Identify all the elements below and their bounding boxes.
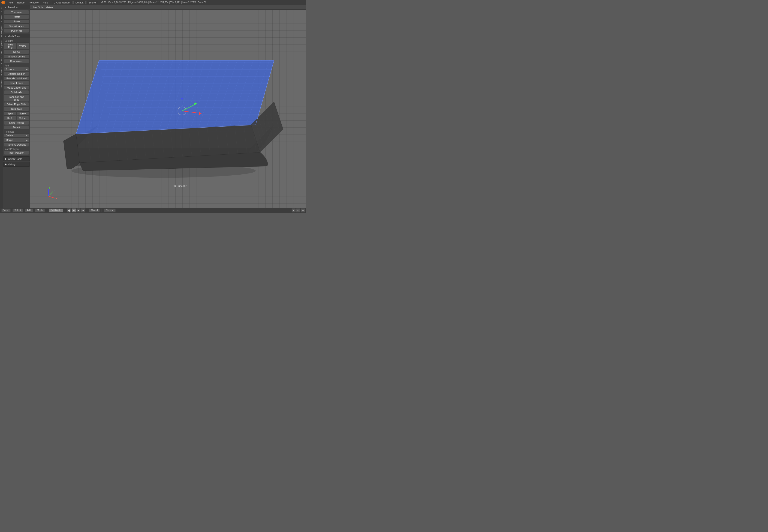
- rendered-icon[interactable]: ◉: [81, 208, 85, 212]
- mini-axes: X Y Z: [48, 187, 57, 200]
- mesh-button[interactable]: Mesh: [35, 209, 45, 212]
- add-button[interactable]: Add: [25, 209, 33, 212]
- delete-arrow-btn[interactable]: ▶: [25, 134, 29, 137]
- proportional-icon[interactable]: ⊙: [296, 208, 300, 212]
- screw-btn[interactable]: Screw: [17, 111, 29, 116]
- tab-relations[interactable]: Relations: [0, 66, 3, 77]
- global-button[interactable]: Global: [89, 209, 100, 212]
- scene-box[interactable]: Scene: [87, 1, 98, 4]
- right-icons: ⊞ ⊙ ⊟: [291, 208, 305, 212]
- select-btn[interactable]: Select: [17, 116, 29, 120]
- spin-btn[interactable]: Spin: [4, 111, 16, 116]
- extrude-region-btn[interactable]: Extrude Region: [4, 72, 29, 76]
- offset-edge-slide-btn[interactable]: Offset Edge Slide: [4, 102, 29, 106]
- make-edge-face-btn[interactable]: Make Edge/Face: [4, 86, 29, 90]
- edit-mode-button[interactable]: Edit Mode: [49, 209, 63, 212]
- left-panel: ▼ Transform Translate Rotate Scale Shrin…: [3, 5, 30, 208]
- svg-line-78: [48, 191, 53, 196]
- extrude-main-btn[interactable]: Extrude: [4, 67, 25, 71]
- tab-create[interactable]: Create: [0, 14, 3, 23]
- top-bar: File Render Window Help Cycles Render De…: [0, 0, 306, 5]
- tablet-top-mesh: [76, 60, 274, 134]
- knife-btn[interactable]: Knife: [4, 116, 16, 120]
- loop-cut-slide-btn[interactable]: Loop Cut and Slide: [4, 95, 29, 102]
- tab-tools[interactable]: Tools: [0, 6, 3, 14]
- select-button[interactable]: Select: [12, 209, 23, 212]
- push-pull-btn[interactable]: Push/Pull: [4, 29, 29, 33]
- delete-main-btn[interactable]: Delete: [4, 134, 25, 137]
- mesh-tools-content: Deform: Slide Edg Vertex Noise Smooth Ve…: [3, 38, 30, 156]
- history-arrow: ▶: [5, 163, 7, 166]
- merge-arrow-btn[interactable]: ▶: [25, 138, 29, 142]
- rotate-btn[interactable]: Rotate: [4, 15, 29, 19]
- extrude-arrow-btn[interactable]: ▶: [25, 68, 29, 71]
- scale-btn[interactable]: Scale: [4, 19, 29, 24]
- extrude-btn-arrow: Extrude ▶: [4, 67, 29, 71]
- transform-section-content: Translate Rotate Scale Shrink/Fatten Pus…: [3, 9, 30, 34]
- deform-row: Slide Edg Vertex: [4, 42, 29, 49]
- left-tabs: Tools Create Shading/UVs Options Grease …: [0, 5, 3, 208]
- menu-help[interactable]: Help: [42, 1, 49, 4]
- material-icon[interactable]: ◈: [76, 208, 81, 212]
- blender-logo: [1, 1, 5, 4]
- vertex-btn[interactable]: Vertex: [17, 42, 29, 49]
- mirror-icon[interactable]: ⊟: [301, 208, 305, 212]
- viewport[interactable]: User Ortho Meters: [30, 5, 306, 208]
- history-section[interactable]: ▶ History: [3, 162, 30, 167]
- mesh-tools-header[interactable]: ▼ Mesh Tools: [3, 34, 30, 38]
- menu-render[interactable]: Render: [16, 1, 26, 4]
- tab-options[interactable]: Options: [0, 39, 3, 49]
- inset-faces-btn[interactable]: Inset Faces: [4, 81, 29, 85]
- menu-file[interactable]: File: [8, 1, 14, 4]
- layout-box[interactable]: Default: [73, 1, 86, 4]
- tab-grease-pencil[interactable]: Grease Pencil: [0, 49, 3, 65]
- version-info: v2.76 | Verts:2,262/4,738 | Edges:4,388/…: [101, 1, 208, 4]
- translate-btn[interactable]: Translate: [4, 10, 29, 14]
- merge-btn-arrow: Merge ▶: [4, 138, 29, 142]
- scene-label: Scene: [89, 1, 96, 4]
- shrink-fatten-btn[interactable]: Shrink/Fatten: [4, 24, 29, 28]
- inset-polygon-btn[interactable]: Inset Polygon: [4, 151, 29, 155]
- transform-section-header[interactable]: ▼ Transform: [3, 5, 30, 9]
- separator-3: [87, 209, 87, 212]
- separator-2: [65, 209, 65, 212]
- inset-polygon-label: Inset Polygon:: [4, 147, 29, 151]
- solid-icon[interactable]: ◼: [72, 208, 76, 212]
- tab-shading-uvs[interactable]: Shading/UVs: [0, 24, 3, 39]
- separator-1: [47, 209, 47, 212]
- knife-project-btn[interactable]: Knife Project: [4, 121, 29, 125]
- transform-title: Transform: [8, 6, 19, 9]
- closest-button[interactable]: Closest: [104, 209, 115, 212]
- svg-text:Y: Y: [54, 189, 55, 191]
- viewport-header: User Ortho Meters: [30, 5, 306, 10]
- weight-tools-title: Weight Tools: [8, 158, 22, 160]
- smooth-vertex-btn[interactable]: Smooth Vertex: [4, 54, 29, 59]
- object-label: (1) Cube.001: [173, 185, 187, 187]
- spin-screw-row: Spin Screw: [4, 111, 29, 116]
- viewport-units-label: Meters: [46, 6, 54, 9]
- tab-animation[interactable]: Animation: [0, 78, 3, 90]
- remove-doubles-btn[interactable]: Remove Doubles: [4, 143, 29, 147]
- viewport-svg: (1) Cube.001 X Y Z: [30, 14, 306, 208]
- engine-label: Cycles Render: [54, 1, 70, 4]
- bisect-btn[interactable]: Bisect: [4, 125, 29, 129]
- transform-arrow: ▼: [5, 6, 7, 9]
- extrude-individual-btn[interactable]: Extrude Individual: [4, 76, 29, 81]
- duplicate-btn[interactable]: Duplicate: [4, 107, 29, 111]
- slide-edge-btn[interactable]: Slide Edg: [4, 42, 16, 49]
- merge-main-btn[interactable]: Merge: [4, 138, 25, 142]
- wireframe-icon[interactable]: ⬤: [67, 208, 71, 212]
- svg-text:X: X: [56, 197, 57, 200]
- svg-text:Z: Z: [49, 187, 50, 189]
- randomize-btn[interactable]: Randomize: [4, 59, 29, 63]
- menu-window[interactable]: Window: [29, 1, 39, 4]
- history-title: History: [8, 163, 15, 166]
- weight-tools-section[interactable]: ▶ Weight Tools: [3, 156, 30, 161]
- view-button[interactable]: View: [1, 209, 11, 212]
- noise-btn[interactable]: Noise: [4, 50, 29, 54]
- subdivide-btn[interactable]: Subdivide: [4, 90, 29, 94]
- viewport-view-label: User Ortho: [32, 6, 44, 9]
- snap-icon[interactable]: ⊞: [291, 208, 296, 212]
- bottom-bar: View Select Add Mesh Edit Mode ⬤ ◼ ◈ ◉ G…: [0, 208, 306, 213]
- engine-box[interactable]: Cycles Render: [52, 1, 72, 4]
